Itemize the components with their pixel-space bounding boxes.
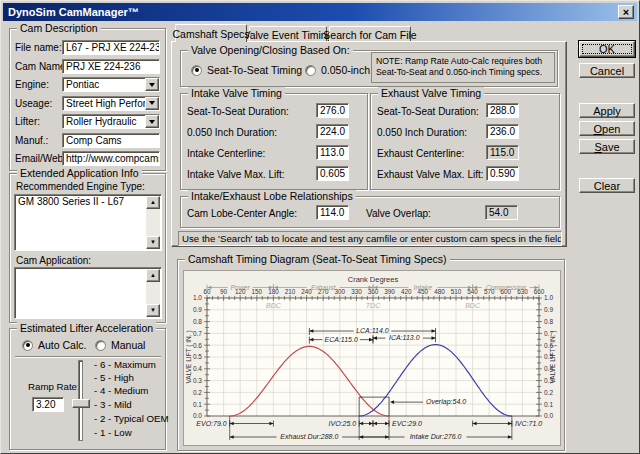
svg-text:0.6: 0.6	[193, 342, 202, 349]
cam-name-row: Cam Name: PRJ XE 224-236	[15, 59, 160, 74]
ramp-rate-field[interactable]: 3.20	[32, 397, 64, 412]
clear-button[interactable]: Clear	[579, 178, 635, 193]
manuf-row: Manuf.: Comp Cams	[15, 133, 160, 148]
lifter-acceleration-group: Estimated Lifter Acceleration Auto Calc.…	[9, 328, 166, 450]
lifter-dropdown-button[interactable]	[145, 115, 159, 128]
svg-text:BDC: BDC	[266, 302, 282, 309]
tab-camshaft-specs[interactable]: Camshaft Specs	[175, 24, 247, 42]
intake-valve-timing-group: Intake Valve Timing Seat-To-Seat Duratio…	[180, 93, 368, 190]
svg-text:TDC: TDC	[366, 302, 381, 309]
manual-radio[interactable]	[95, 340, 106, 351]
intake-max-lift-field[interactable]: 0.605	[316, 166, 349, 181]
file-name-field[interactable]: L67 - PRJ XE 224-236 +1.6-1.	[62, 40, 160, 55]
exhaust-050-duration-field[interactable]: 236.0	[486, 124, 519, 139]
cam-name-field[interactable]: PRJ XE 224-236	[62, 59, 160, 74]
scroll-up-icon[interactable]: ▲	[146, 269, 160, 282]
engine-type-scrollbar[interactable]: ▲ ▼	[146, 196, 160, 249]
manuf-field[interactable]: Comp Cams	[62, 133, 160, 148]
svg-text:480: 480	[434, 288, 445, 295]
lobe-relationships-label: Intake/Exhaust Lobe Relationships	[188, 190, 356, 202]
lifter-value: Roller Hydraulic	[66, 116, 137, 127]
engine-select[interactable]: Pontiac	[62, 77, 160, 92]
intake-050-duration-field[interactable]: 224.0	[316, 124, 349, 139]
useage-select[interactable]: Street High Performance	[62, 96, 160, 111]
ok-button[interactable]: OK	[579, 41, 635, 57]
recommended-engine-type-textarea[interactable]: GM 3800 Series II - L67 ▲ ▼	[14, 194, 162, 251]
email-web-field[interactable]: http://www.compcams.com	[62, 151, 160, 166]
tab-search-for-cam-file[interactable]: Search for Cam File	[329, 26, 411, 42]
seat-to-seat-radio[interactable]	[191, 65, 202, 76]
svg-text:210: 210	[285, 288, 296, 295]
scroll-up-icon[interactable]: ▲	[146, 196, 160, 209]
exhaust-centerline-label: Exhaust Centerline:	[377, 148, 464, 159]
exhaust-centerline-field: 115.0	[486, 145, 519, 160]
svg-text:Compression: Compression	[486, 284, 526, 292]
lifter-select[interactable]: Roller Hydraulic	[62, 114, 160, 129]
cam-application-label: Cam Application:	[16, 255, 91, 266]
close-icon[interactable]: ×	[618, 5, 634, 19]
timing-diagram-svg: 6090120150180210240270300330360390420450…	[184, 271, 562, 447]
svg-text:BDC: BDC	[465, 302, 481, 309]
svg-text:EVO:79.0: EVO:79.0	[196, 420, 226, 427]
intake-centerline-label: Intake Centerline:	[187, 148, 265, 159]
lobe-center-angle-field[interactable]: 114.0	[316, 205, 349, 220]
svg-text:0.1: 0.1	[193, 401, 202, 408]
svg-text:Exhaust: Exhaust	[311, 284, 337, 291]
ramp-rate-slider-thumb[interactable]	[72, 399, 90, 408]
intake-s2s-duration-field[interactable]: 276.0	[316, 103, 349, 118]
slider-label-3: - 3 - Mild	[94, 399, 132, 410]
tab-camshaft-specs-label: Camshaft Specs	[172, 28, 249, 40]
camshaft-specs-page: Valve Opening/Closing Based On: Seat-To-…	[171, 41, 567, 247]
extended-application-info-label: Extended Application Info	[17, 167, 142, 179]
manual-radio-row[interactable]: Manual	[95, 339, 145, 351]
useage-label: Useage:	[15, 98, 62, 109]
useage-dropdown-button[interactable]	[145, 97, 159, 110]
svg-text:VALVE LIFT ( IN. ): VALVE LIFT ( IN. )	[185, 330, 193, 383]
svg-text:420: 420	[401, 288, 412, 295]
exhaust-max-lift-field[interactable]: 0.590	[486, 166, 519, 181]
titlebar[interactable]: DynoSim CamManager™ ×	[3, 3, 637, 21]
svg-text:330: 330	[351, 288, 362, 295]
auto-calc-label: Auto Calc.	[38, 339, 86, 351]
cam-application-scrollbar[interactable]: ▲ ▼	[146, 269, 160, 317]
camshaft-timing-chart-label: Camshaft Timing Diagram (Seat-To-Seat Ti…	[185, 253, 450, 265]
intake-s2s-duration-label: Seat-To-Seat Duration:	[187, 106, 289, 117]
cam-application-textarea[interactable]: ▲ ▼	[14, 267, 162, 319]
exhaust-s2s-duration-field[interactable]: 288.0	[486, 103, 519, 118]
lifter-acceleration-label: Estimated Lifter Acceleration	[17, 322, 156, 334]
intake-max-lift-label: Intake Valve Max. Lift:	[187, 169, 285, 180]
engine-label: Engine:	[15, 79, 62, 90]
svg-text:510: 510	[451, 288, 462, 295]
engine-dropdown-button[interactable]	[145, 78, 159, 91]
cam-description-label: Cam Description	[17, 22, 101, 34]
tab-valve-event-timing[interactable]: Valve Event Timing	[249, 26, 327, 42]
lobe-relationships-group: Intake/Exhaust Lobe Relationships Cam Lo…	[180, 196, 560, 228]
auto-calc-radio[interactable]	[22, 340, 33, 351]
slider-label-1: - 1 - Low	[94, 427, 132, 438]
manuf-label: Manuf.:	[15, 135, 62, 146]
open-button[interactable]: Open	[579, 121, 635, 136]
svg-text:0.2: 0.2	[544, 389, 553, 396]
inch-timing-radio[interactable]	[305, 65, 316, 76]
cam-application-value	[15, 268, 161, 269]
svg-text:1.0: 1.0	[193, 294, 202, 301]
lifter-label: Lifter:	[15, 116, 62, 127]
svg-text:Exhaust Dur:288.0: Exhaust Dur:288.0	[280, 433, 338, 440]
seat-to-seat-radio-row[interactable]: Seat-To-Seat Timing	[191, 64, 302, 76]
save-button[interactable]: Save	[579, 139, 635, 154]
intake-050-duration-label: 0.050 Inch Duration:	[187, 127, 277, 138]
file-name-row: File name: L67 - PRJ XE 224-236 +1.6-1.	[15, 40, 160, 55]
auto-calc-radio-row[interactable]: Auto Calc.	[22, 339, 86, 351]
scroll-down-icon[interactable]: ▼	[146, 304, 160, 317]
status-hint: Use the 'Search' tab to locate and test …	[178, 231, 562, 246]
svg-text:LCA:114.0: LCA:114.0	[356, 327, 389, 334]
intake-centerline-field[interactable]: 113.0	[316, 145, 349, 160]
exhaust-050-duration-label: 0.050 Inch Duration:	[377, 127, 467, 138]
scroll-down-icon[interactable]: ▼	[146, 236, 160, 249]
based-on-label: Valve Opening/Closing Based On:	[188, 44, 353, 56]
cancel-button[interactable]: Cancel	[579, 63, 635, 78]
valve-overlap-field: 54.0	[485, 205, 518, 220]
svg-text:0.0: 0.0	[544, 412, 553, 419]
chevron-down-icon	[149, 83, 155, 90]
apply-button[interactable]: Apply	[579, 103, 635, 118]
